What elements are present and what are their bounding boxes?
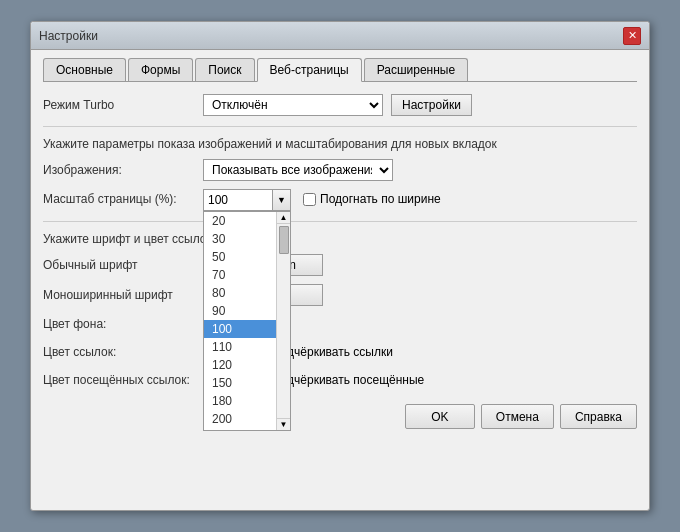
turbo-label: Режим Turbo: [43, 98, 203, 112]
scroll-thumb[interactable]: [279, 226, 289, 254]
scroll-track: [277, 224, 290, 418]
scale-option-80[interactable]: 80: [204, 284, 276, 302]
fit-width-wrap: Подогнать по ширине: [303, 192, 441, 206]
link-color-row: Цвет ссылок: Подчёркивать ссылки: [43, 342, 637, 362]
scale-input-wrap: ▼: [203, 189, 291, 211]
scroll-up-btn[interactable]: ▲: [277, 212, 290, 224]
images-select[interactable]: Показывать все изображения Не показывать…: [203, 159, 393, 181]
images-label: Изображения:: [43, 163, 203, 177]
scale-dropdown-btn[interactable]: ▼: [273, 189, 291, 211]
scale-option-250[interactable]: 250: [204, 428, 276, 430]
visited-color-row: Цвет посещённых ссылок: Подчёркивать пос…: [43, 370, 637, 390]
scale-option-200[interactable]: 200: [204, 410, 276, 428]
scale-dropdown-scroll-area: 20 30 50 70 80 90 100 110 120 150 180 20…: [204, 212, 290, 430]
tab-bar: Основные Формы Поиск Веб-страницы Расшир…: [43, 58, 637, 82]
scale-option-90[interactable]: 90: [204, 302, 276, 320]
title-bar: Настройки ✕: [31, 22, 649, 50]
turbo-select[interactable]: Отключён Включён Авто: [203, 94, 383, 116]
visited-color-label: Цвет посещённых ссылок:: [43, 373, 203, 387]
mono-font-row: Моноширинный шрифт Consolas: [43, 284, 637, 306]
underline-visited-label: Подчёркивать посещённые: [272, 373, 424, 387]
bg-color-row: Цвет фона:: [43, 314, 637, 334]
scale-row: Масштаб страницы (%): ▼ 20 30 50 70 80: [43, 189, 637, 211]
tab-adv[interactable]: Расширенные: [364, 58, 469, 81]
tab-osnov[interactable]: Основные: [43, 58, 126, 81]
turbo-settings-button[interactable]: Настройки: [391, 94, 472, 116]
tab-web[interactable]: Веб-страницы: [257, 58, 362, 82]
fit-width-checkbox[interactable]: [303, 193, 316, 206]
turbo-row: Режим Turbo Отключён Включён Авто Настро…: [43, 94, 637, 116]
images-row: Изображения: Показывать все изображения …: [43, 159, 637, 181]
bg-color-label: Цвет фона:: [43, 317, 203, 331]
tab-formy[interactable]: Формы: [128, 58, 193, 81]
separator1: [43, 126, 637, 127]
scale-scrollbar: ▲ ▼: [276, 212, 290, 430]
scale-dropdown-scrollable[interactable]: 20 30 50 70 80 90 100 110 120 150 180 20…: [204, 212, 276, 430]
mono-font-label: Моноширинный шрифт: [43, 288, 203, 302]
scale-option-50[interactable]: 50: [204, 248, 276, 266]
scale-input[interactable]: [203, 189, 273, 211]
scale-option-110[interactable]: 110: [204, 338, 276, 356]
bottom-buttons: OK Отмена Справка: [43, 404, 637, 429]
normal-font-row: Обычный шрифт New Roman: [43, 254, 637, 276]
scroll-down-btn[interactable]: ▼: [277, 418, 290, 430]
cancel-button[interactable]: Отмена: [481, 404, 554, 429]
scale-option-120[interactable]: 120: [204, 356, 276, 374]
tab-poisk[interactable]: Поиск: [195, 58, 254, 81]
scale-option-100[interactable]: 100: [204, 320, 276, 338]
settings-window: Настройки ✕ Основные Формы Поиск Веб-стр…: [30, 21, 650, 511]
separator2: [43, 221, 637, 222]
scale-label: Масштаб страницы (%):: [43, 192, 203, 206]
hint2-row: Укажите шрифт и цвет ссылок указан стиль: [43, 232, 637, 246]
hint2-text: Укажите шрифт и цвет ссылок: [43, 232, 212, 246]
link-color-label: Цвет ссылок:: [43, 345, 203, 359]
help-button[interactable]: Справка: [560, 404, 637, 429]
scale-option-30[interactable]: 30: [204, 230, 276, 248]
scale-container: ▼ 20 30 50 70 80 90 100 110: [203, 189, 291, 211]
fit-width-label: Подогнать по ширине: [320, 192, 441, 206]
scale-option-20[interactable]: 20: [204, 212, 276, 230]
window-title: Настройки: [39, 29, 98, 43]
scale-option-150[interactable]: 150: [204, 374, 276, 392]
hint1-text: Укажите параметры показа изображений и м…: [43, 137, 637, 151]
close-button[interactable]: ✕: [623, 27, 641, 45]
ok-button[interactable]: OK: [405, 404, 475, 429]
normal-font-label: Обычный шрифт: [43, 258, 203, 272]
scale-dropdown-list: 20 30 50 70 80 90 100 110 120 150 180 20…: [203, 211, 291, 431]
window-body: Основные Формы Поиск Веб-страницы Расшир…: [31, 50, 649, 441]
scale-option-70[interactable]: 70: [204, 266, 276, 284]
scale-option-180[interactable]: 180: [204, 392, 276, 410]
